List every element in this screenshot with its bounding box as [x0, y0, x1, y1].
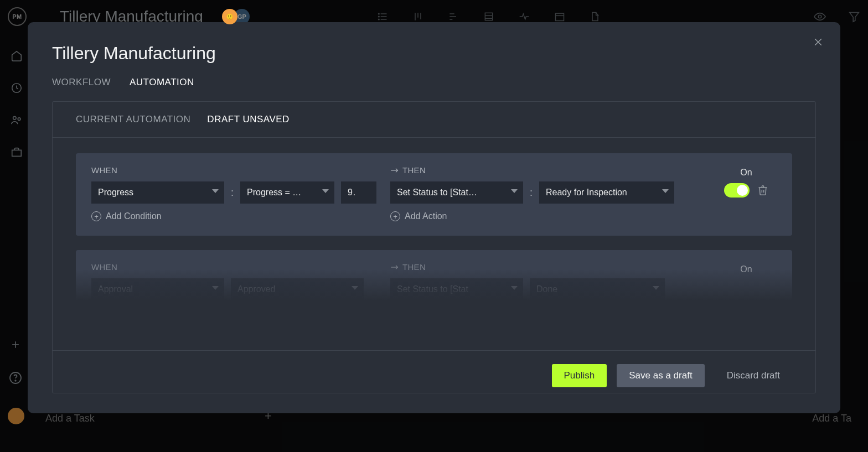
panel-sub-tabs: CURRENT AUTOMATION DRAFT UNSAVED — [53, 102, 815, 138]
add-condition-link[interactable]: + Add Condition — [91, 211, 390, 221]
tab-workflow[interactable]: WORKFLOW — [52, 77, 111, 88]
chevron-down-icon — [352, 286, 358, 290]
chevron-down-icon — [511, 189, 518, 193]
when-field-select[interactable]: Approval — [91, 278, 224, 300]
rule-toggle[interactable] — [724, 183, 750, 198]
when-value-input[interactable]: 90 — [341, 181, 376, 204]
panel-footer: Publish Save as a draft Discard draft — [53, 350, 815, 393]
trash-icon[interactable] — [757, 184, 768, 196]
arrow-right-icon — [390, 264, 399, 271]
automation-rule: WHEN Approval Approved THEN Set Status t… — [76, 250, 792, 308]
then-value-select[interactable]: Ready for Inspection — [539, 181, 674, 204]
when-operator-select[interactable]: Progress = … — [240, 181, 334, 204]
tab-current-automation[interactable]: CURRENT AUTOMATION — [76, 114, 190, 125]
panel-body: WHEN Progress : Progress = … 90 + Add Co… — [53, 138, 815, 350]
then-label: THEN — [390, 165, 705, 175]
modal-title: Tillery Manufacturing — [52, 43, 816, 64]
rule-state-label: On — [740, 168, 752, 178]
plus-circle-icon: + — [91, 211, 101, 221]
colon: : — [231, 187, 234, 199]
colon: : — [530, 187, 533, 199]
publish-button[interactable]: Publish — [552, 364, 607, 387]
then-action-select[interactable]: Set Status to [Stat… — [390, 181, 523, 204]
avatar: 🙂 — [222, 9, 237, 24]
automation-rule: WHEN Progress : Progress = … 90 + Add Co… — [76, 153, 792, 236]
chevron-down-icon — [662, 189, 669, 193]
chevron-down-icon — [511, 286, 518, 290]
when-field-select[interactable]: Progress — [91, 181, 224, 204]
discard-draft-button[interactable]: Discard draft — [715, 364, 792, 387]
chevron-down-icon — [653, 286, 659, 290]
tab-automation[interactable]: AUTOMATION — [130, 77, 194, 88]
then-label: THEN — [390, 262, 705, 272]
then-value-select[interactable]: Done — [530, 278, 665, 300]
plus-circle-icon: + — [390, 211, 400, 221]
close-icon[interactable] — [813, 37, 824, 48]
when-label: WHEN — [91, 262, 390, 272]
add-action-link[interactable]: + Add Action — [390, 211, 705, 221]
chevron-down-icon — [212, 286, 219, 290]
then-action-select[interactable]: Set Status to [Stat — [390, 278, 523, 300]
tab-draft-unsaved[interactable]: DRAFT UNSAVED — [207, 114, 290, 125]
when-operator-select[interactable]: Approved — [231, 278, 364, 300]
chevron-down-icon — [322, 189, 329, 193]
when-label: WHEN — [91, 165, 390, 175]
automation-modal: Tillery Manufacturing WORKFLOW AUTOMATIO… — [28, 22, 840, 413]
save-draft-button[interactable]: Save as a draft — [617, 364, 704, 387]
chevron-down-icon — [212, 189, 219, 193]
automation-panel: CURRENT AUTOMATION DRAFT UNSAVED WHEN Pr… — [52, 101, 816, 393]
arrow-right-icon — [390, 167, 399, 174]
rule-state-label: On — [740, 264, 752, 274]
modal-tabs: WORKFLOW AUTOMATION — [52, 77, 816, 88]
